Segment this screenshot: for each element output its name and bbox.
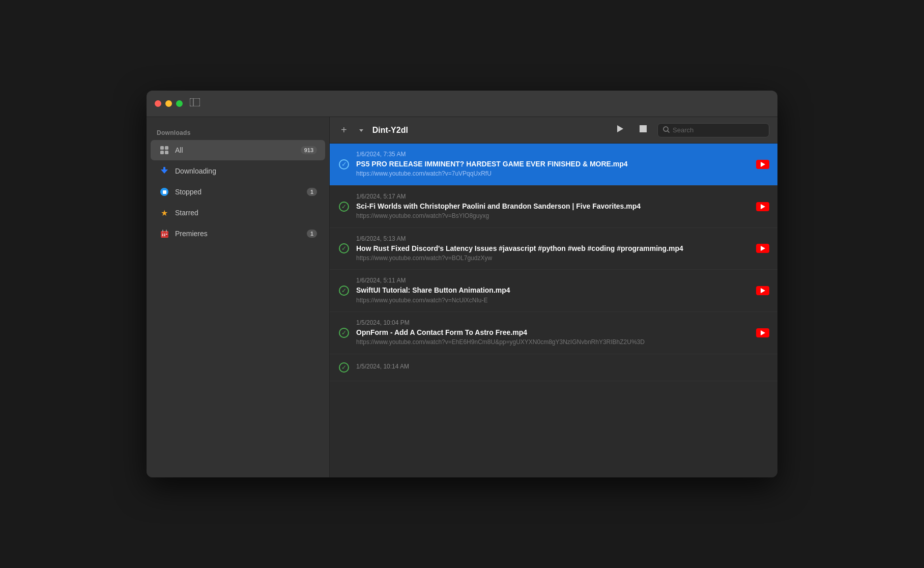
check-circle-icon: ✓ <box>339 243 349 253</box>
item-timestamp-6: 1/5/2024, 10:14 AM <box>356 363 769 370</box>
dropdown-button[interactable] <box>355 125 367 135</box>
sidebar-item-premieres-label: Premieres <box>175 230 307 238</box>
item-details-4: 1/6/2024, 5:11 AM SwiftUI Tutorial: Shar… <box>356 277 750 304</box>
svg-rect-7 <box>163 167 165 171</box>
svg-point-21 <box>663 127 668 131</box>
svg-rect-2 <box>160 146 164 150</box>
item-url-2: https://www.youtube.com/watch?v=BsYIO8gu… <box>356 212 750 220</box>
all-icon <box>159 145 170 156</box>
status-icon-5: ✓ <box>338 327 350 339</box>
traffic-lights <box>155 100 183 107</box>
item-url-5: https://www.youtube.com/watch?v=EhE6H9nC… <box>356 338 750 347</box>
star-icon: ★ <box>159 207 170 218</box>
item-url-3: https://www.youtube.com/watch?v=BOL7gudz… <box>356 254 750 263</box>
status-icon-4: ✓ <box>338 285 350 297</box>
svg-rect-15 <box>166 234 167 235</box>
svg-rect-4 <box>160 151 164 154</box>
app-window: Downloads All 913 <box>147 91 777 477</box>
search-box <box>657 123 769 137</box>
download-list: ✓ 1/6/2024, 7:35 AM PS5 PRO RELEASE IMMI… <box>330 144 777 477</box>
item-details-1: 1/6/2024, 7:35 AM PS5 PRO RELEASE IMMINE… <box>356 151 750 178</box>
sidebar-item-stopped-label: Stopped <box>175 188 307 196</box>
download-item[interactable]: ✓ 1/5/2024, 10:14 AM <box>330 354 777 381</box>
status-icon-1: ✓ <box>338 158 350 171</box>
status-icon-2: ✓ <box>338 201 350 213</box>
add-button[interactable]: + <box>338 122 350 138</box>
premieres-icon <box>159 228 170 239</box>
item-title-1: PS5 PRO RELEASE IMMINENT? HARDEST GAME E… <box>356 159 750 168</box>
titlebar <box>147 91 777 117</box>
youtube-icon-2 <box>756 202 769 211</box>
item-url-1: https://www.youtube.com/watch?v=7uVPqqUx… <box>356 170 750 178</box>
status-icon-3: ✓ <box>338 242 350 254</box>
svg-rect-13 <box>162 234 163 235</box>
status-icon-6: ✓ <box>338 361 350 374</box>
toolbar-title: Dint-Y2dl <box>372 126 408 135</box>
svg-rect-0 <box>190 98 200 106</box>
sidebar-toggle-button[interactable] <box>190 98 200 109</box>
play-button[interactable] <box>611 122 629 139</box>
sidebar-premieres-badge: 1 <box>307 230 317 238</box>
item-timestamp-3: 1/6/2024, 5:13 AM <box>356 235 750 242</box>
item-timestamp-1: 1/6/2024, 7:35 AM <box>356 151 750 158</box>
download-item[interactable]: ✓ 1/6/2024, 5:13 AM How Rust Fixed Disco… <box>330 228 777 270</box>
sidebar-item-all-label: All <box>175 146 301 154</box>
youtube-icon-3 <box>756 244 769 253</box>
sidebar-item-starred-label: Starred <box>175 209 317 217</box>
svg-rect-20 <box>640 125 647 132</box>
minimize-button[interactable] <box>165 100 172 107</box>
svg-marker-19 <box>617 125 623 132</box>
svg-line-22 <box>668 131 670 133</box>
check-circle-icon: ✓ <box>339 202 349 212</box>
close-button[interactable] <box>155 100 161 107</box>
item-details-3: 1/6/2024, 5:13 AM How Rust Fixed Discord… <box>356 235 750 263</box>
download-item[interactable]: ✓ 1/6/2024, 7:35 AM PS5 PRO RELEASE IMMI… <box>330 144 777 186</box>
search-icon <box>663 126 670 134</box>
sidebar-item-all[interactable]: All 913 <box>151 140 325 160</box>
item-title-3: How Rust Fixed Discord's Latency Issues … <box>356 244 750 253</box>
downloading-icon <box>159 165 170 177</box>
svg-marker-18 <box>359 129 363 132</box>
youtube-icon-4 <box>756 286 769 295</box>
item-details-5: 1/5/2024, 10:04 PM OpnForm - Add A Conta… <box>356 319 750 347</box>
svg-rect-16 <box>162 235 163 236</box>
check-filled-icon: ✓ <box>339 159 349 169</box>
search-input[interactable] <box>673 126 764 134</box>
sidebar-all-badge: 913 <box>301 146 317 154</box>
item-details-6: 1/5/2024, 10:14 AM <box>356 363 769 372</box>
svg-rect-17 <box>164 235 165 236</box>
sidebar-item-stopped[interactable]: Stopped 1 <box>151 182 325 202</box>
toolbar: + Dint-Y2dl <box>330 117 777 144</box>
download-item[interactable]: ✓ 1/6/2024, 5:17 AM Sci-Fi Worlds with C… <box>330 186 777 228</box>
item-title-5: OpnForm - Add A Contact Form To Astro Fr… <box>356 328 750 337</box>
check-circle-icon: ✓ <box>339 286 349 296</box>
sidebar-item-downloading[interactable]: Downloading <box>151 161 325 181</box>
main-area: + Dint-Y2dl <box>330 117 777 477</box>
item-details-2: 1/6/2024, 5:17 AM Sci-Fi Worlds with Chr… <box>356 193 750 220</box>
main-content: Downloads All 913 <box>147 117 777 477</box>
item-timestamp-4: 1/6/2024, 5:11 AM <box>356 277 750 284</box>
check-circle-icon: ✓ <box>339 328 349 338</box>
check-circle-icon: ✓ <box>339 362 349 373</box>
maximize-button[interactable] <box>176 100 183 107</box>
item-title-2: Sci-Fi Worlds with Christopher Paolini a… <box>356 202 750 211</box>
svg-rect-5 <box>165 151 168 154</box>
download-item[interactable]: ✓ 1/5/2024, 10:04 PM OpnForm - Add A Con… <box>330 312 777 354</box>
sidebar: Downloads All 913 <box>147 117 330 477</box>
youtube-icon-5 <box>756 328 769 337</box>
sidebar-item-premieres[interactable]: Premieres 1 <box>151 223 325 244</box>
svg-rect-14 <box>164 234 165 235</box>
sidebar-stopped-badge: 1 <box>307 188 317 196</box>
youtube-icon-1 <box>756 160 769 169</box>
item-timestamp-5: 1/5/2024, 10:04 PM <box>356 319 750 326</box>
download-item[interactable]: ✓ 1/6/2024, 5:11 AM SwiftUI Tutorial: Sh… <box>330 270 777 312</box>
svg-rect-3 <box>165 146 168 150</box>
sidebar-item-starred[interactable]: ★ Starred <box>151 203 325 223</box>
item-title-4: SwiftUI Tutorial: Share Button Animation… <box>356 286 750 295</box>
sidebar-item-downloading-label: Downloading <box>175 167 317 175</box>
item-timestamp-2: 1/6/2024, 5:17 AM <box>356 193 750 200</box>
stop-button[interactable] <box>634 122 652 139</box>
sidebar-section-label: Downloads <box>147 125 329 139</box>
stopped-icon <box>159 186 170 197</box>
item-url-4: https://www.youtube.com/watch?v=NcUiXcNI… <box>356 297 750 305</box>
